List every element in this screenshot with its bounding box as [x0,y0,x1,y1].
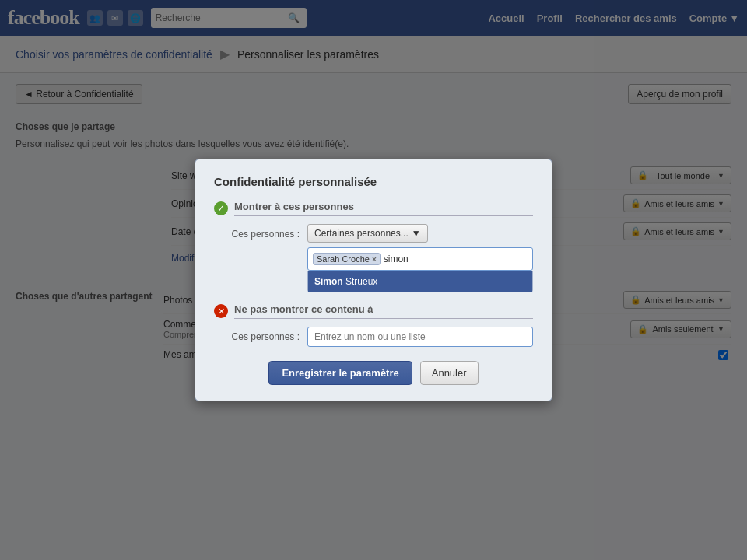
show-section-header: ✓ Montrer à ces personnes [214,201,533,216]
sarah-tag: Sarah Croche × [313,253,381,265]
ces-personnes-row: Ces personnes : Certaines personnes... ▼… [214,224,533,292]
hide-ces-personnes-field [307,327,533,347]
tag-input-wrapper: Sarah Croche × simon Simon Strueux [307,247,533,292]
save-button[interactable]: Enregistrer le paramètre [268,361,412,376]
autocomplete-dropdown: Simon Strueux [307,271,533,292]
certaines-personnes-dropdown[interactable]: Certaines personnes... ▼ [307,224,428,243]
dropdown-caret-icon: ▼ [412,228,421,239]
hide-section-header: ✕ Ne pas montrer ce contenu à [214,303,533,319]
autocomplete-item-simon[interactable]: Simon Strueux [308,271,532,292]
sarah-tag-remove[interactable]: × [372,255,377,264]
hide-ces-personnes-label: Ces personnes : [214,327,300,342]
tag-input-area[interactable]: Sarah Croche × simon [307,247,533,271]
ces-personnes-label: Ces personnes : [214,224,300,240]
hide-section: ✕ Ne pas montrer ce contenu à Ces person… [214,303,533,347]
hide-input[interactable] [307,327,533,347]
cancel-button[interactable]: Annuler [420,361,479,376]
autocomplete-match: Simon [314,276,343,287]
show-section: ✓ Montrer à ces personnes Ces personnes … [214,201,533,292]
hide-ces-personnes-row: Ces personnes : [214,327,533,347]
modal-footer: Enregistrer le paramètre Annuler [214,361,533,376]
typed-text[interactable]: simon [384,254,430,264]
modal: Confidentialité personnalisée ✓ Montrer … [195,159,552,376]
modal-title: Confidentialité personnalisée [214,175,533,188]
sarah-tag-label: Sarah Croche [317,254,370,264]
modal-overlay: Confidentialité personnalisée ✓ Montrer … [0,0,747,376]
hide-section-label: Ne pas montrer ce contenu à [234,303,533,319]
show-check-icon: ✓ [214,201,228,215]
show-section-label: Montrer à ces personnes [234,201,533,216]
hide-x-icon: ✕ [214,304,228,318]
ces-personnes-field: Certaines personnes... ▼ Sarah Croche × … [307,224,533,292]
